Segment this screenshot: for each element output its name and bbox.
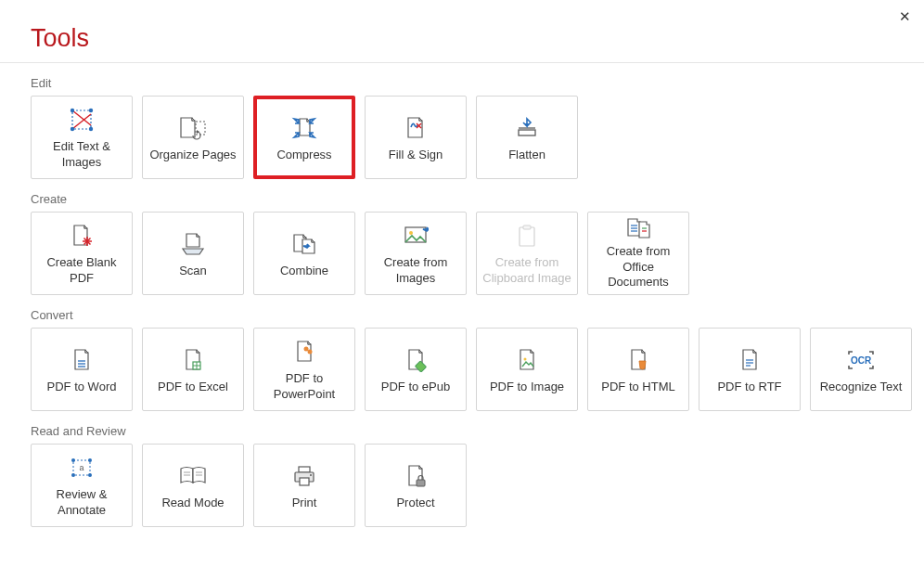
section-label-convert: Convert: [31, 308, 924, 322]
tool-read-mode[interactable]: Read Mode: [142, 444, 244, 527]
organize-pages-icon: [178, 112, 208, 144]
svg-point-4: [89, 109, 93, 112]
flatten-icon: [514, 112, 540, 144]
tool-label: Recognize Text: [820, 380, 903, 395]
section-label-edit: Edit: [31, 76, 924, 90]
image-icon: [403, 220, 429, 251]
blank-pdf-icon: [70, 220, 94, 251]
svg-point-56: [71, 458, 75, 462]
excel-icon: [182, 344, 204, 376]
tool-print[interactable]: Print: [253, 444, 355, 527]
tool-scan[interactable]: Scan: [142, 212, 244, 295]
tool-pdf-to-html[interactable]: PDF to HTML: [587, 328, 689, 411]
tool-label: PDF to ePub: [381, 380, 450, 395]
close-button[interactable]: ✕: [899, 9, 911, 23]
svg-line-2: [72, 114, 91, 129]
tool-review-annotate[interactable]: a Review & Annotate: [31, 444, 133, 527]
tool-create-from-images[interactable]: Create from Images: [365, 212, 467, 295]
svg-point-57: [88, 458, 92, 462]
tool-label: Review & Annotate: [35, 487, 128, 519]
image-file-icon: [516, 344, 538, 376]
svg-point-48: [308, 350, 313, 354]
epub-icon: [404, 344, 427, 376]
tool-label: Fill & Sign: [389, 148, 443, 163]
tool-label: Protect: [396, 496, 434, 511]
svg-rect-69: [417, 480, 425, 486]
tool-create-from-office[interactable]: Create from Office Documents: [587, 212, 689, 295]
svg-rect-19: [519, 130, 535, 135]
print-icon: [292, 460, 316, 492]
page-title: Tools: [31, 24, 924, 53]
title-divider: [0, 62, 924, 63]
tool-label: PDF to RTF: [717, 380, 781, 395]
svg-rect-65: [299, 467, 310, 472]
tool-create-blank-pdf[interactable]: Create Blank PDF: [31, 212, 133, 295]
tool-protect[interactable]: Protect: [365, 444, 467, 527]
tool-label: PDF to Word: [47, 380, 117, 395]
svg-rect-34: [520, 227, 534, 246]
tool-recognize-text[interactable]: OCR Recognize Text: [810, 328, 912, 411]
svg-point-68: [310, 474, 312, 476]
tool-label: PDF to Image: [490, 380, 564, 395]
section-label-create: Create: [31, 192, 924, 206]
rtf-icon: [738, 344, 761, 376]
tool-label: PDF to PowerPoint: [258, 371, 351, 403]
tool-label: Flatten: [508, 148, 545, 163]
tool-organize-pages[interactable]: Organize Pages: [142, 96, 244, 179]
tool-label: Scan: [179, 264, 207, 279]
tool-label: Edit Text & Images: [35, 139, 128, 171]
tool-combine[interactable]: Combine: [253, 212, 355, 295]
tool-create-from-clipboard: Create from Clipboard Image: [476, 212, 578, 295]
powerpoint-icon: [293, 336, 315, 367]
tool-pdf-to-powerpoint[interactable]: PDF to PowerPoint: [253, 328, 355, 411]
tool-pdf-to-rtf[interactable]: PDF to RTF: [699, 328, 801, 411]
ocr-icon: OCR: [845, 344, 877, 376]
tool-label: Combine: [280, 264, 328, 279]
svg-rect-67: [300, 478, 309, 485]
svg-point-47: [304, 347, 309, 352]
tool-label: Compress: [276, 148, 331, 163]
compress-icon: [290, 112, 318, 144]
office-doc-icon: [624, 216, 652, 240]
tool-label: PDF to HTML: [601, 380, 674, 395]
svg-point-31: [409, 231, 413, 235]
tool-pdf-to-epub[interactable]: PDF to ePub: [365, 328, 467, 411]
section-edit: Edit Edit Text & Images: [31, 76, 924, 179]
tool-pdf-to-image[interactable]: PDF to Image: [476, 328, 578, 411]
svg-text:a: a: [79, 463, 83, 472]
tool-label: Print: [292, 496, 317, 511]
tool-fill-sign[interactable]: Fill & Sign: [365, 96, 467, 179]
scan-icon: [180, 228, 206, 260]
word-icon: [71, 344, 93, 376]
tool-compress[interactable]: Compress: [253, 96, 355, 179]
tool-label: Create from Clipboard Image: [481, 255, 573, 287]
annotate-icon: a: [69, 452, 95, 483]
section-label-review: Read and Review: [31, 424, 924, 438]
section-create: Create Create Blank PDF: [31, 192, 924, 295]
section-convert: Convert PDF to Word: [31, 308, 924, 411]
protect-icon: [404, 460, 427, 492]
svg-point-3: [71, 109, 74, 112]
svg-point-5: [71, 127, 74, 131]
tool-pdf-to-excel[interactable]: PDF to Excel: [142, 328, 244, 411]
svg-point-50: [524, 357, 527, 360]
tool-edit-text-images[interactable]: Edit Text & Images: [31, 96, 133, 179]
tool-label: Organize Pages: [149, 148, 236, 163]
svg-text:OCR: OCR: [851, 355, 872, 366]
svg-point-59: [88, 473, 92, 477]
tool-pdf-to-word[interactable]: PDF to Word: [31, 328, 133, 411]
html-icon: [627, 344, 649, 376]
tool-label: Create from Office Documents: [592, 244, 685, 291]
tool-label: Read Mode: [161, 496, 224, 511]
tool-flatten[interactable]: Flatten: [476, 96, 578, 179]
svg-line-1: [72, 110, 91, 125]
clipboard-icon: [516, 220, 538, 251]
svg-rect-35: [523, 226, 531, 229]
combine-icon: [290, 228, 318, 260]
section-review: Read and Review a Review & Annotate: [31, 424, 924, 527]
tool-label: Create from Images: [369, 255, 462, 287]
tool-label: PDF to Excel: [158, 380, 228, 395]
svg-point-58: [71, 473, 75, 477]
svg-point-6: [89, 127, 93, 131]
tool-label: Create Blank PDF: [35, 255, 128, 287]
